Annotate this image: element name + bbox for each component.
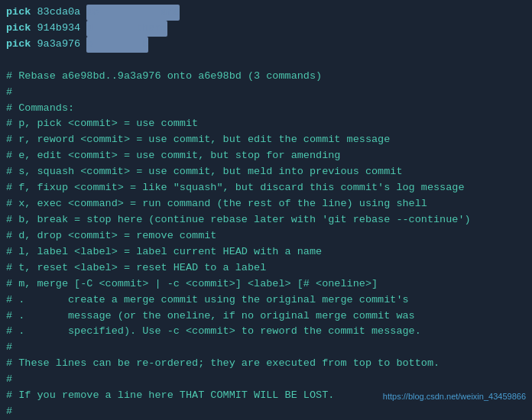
pick-keyword-3: pick [6, 38, 31, 50]
comment-fixup: # f, fixup <commit> = like "squash", but… [6, 180, 526, 196]
comment-merge-1: # . create a merge commit using the orig… [6, 292, 526, 309]
comment-reword: # r, reword <commit> = use commit, but e… [6, 132, 526, 148]
redacted-2: d there [86, 21, 167, 37]
comment-hash-4: # [6, 404, 526, 420]
watermark: https://blog.csdn.net/weixin_43459866 [383, 390, 526, 403]
comment-hash-1: # [6, 85, 526, 101]
comment-commands: # Commands: [6, 101, 526, 117]
hash-3: 9a3a976 [37, 38, 81, 50]
comment-edit: # e, edit <commit> = use commit, but sto… [6, 148, 526, 164]
pick-line-2: pick 914b934 d there [6, 21, 526, 37]
comment-line-rebase: # Rebase a6e98bd..9a3a976 onto a6e98bd (… [6, 69, 526, 85]
comment-merge: # m, merge [-C <commit> | -c <commit>] <… [6, 276, 526, 292]
redacted-1: dc are [86, 5, 180, 21]
hash-1: 83cda0a [37, 6, 81, 18]
comment-squash: # s, squash <commit> = use commit, but m… [6, 164, 526, 180]
code-editor: pick 83cda0a dc are pick 914b934 d there… [0, 0, 532, 420]
comment-hash-3: # [6, 372, 526, 388]
pick-line-1: pick 83cda0a dc are [6, 5, 526, 21]
blank-1 [6, 53, 526, 69]
comment-hash-2: # [6, 340, 526, 356]
comment-reset: # t, reset <label> = reset HEAD to a lab… [6, 260, 526, 276]
hash-2: 914b934 [37, 22, 81, 34]
comment-merge-2: # . message (or the oneline, if no origi… [6, 309, 526, 325]
pick-line-3: pick 9a3a976 c b [6, 37, 526, 53]
pick-keyword-2: pick [6, 22, 31, 34]
comment-drop: # d, drop <commit> = remove commit [6, 228, 526, 244]
comment-break: # b, break = stop here (continue rebase … [6, 212, 526, 228]
redacted-3: c b [86, 37, 148, 53]
comment-label: # l, label <label> = label current HEAD … [6, 244, 526, 260]
pick-keyword-1: pick [6, 6, 31, 18]
comment-exec: # x, exec <command> = run command (the r… [6, 196, 526, 212]
comment-merge-3: # . specified). Use -c <commit> to rewor… [6, 324, 526, 340]
comment-reorder: # These lines can be re-ordered; they ar… [6, 356, 526, 372]
comment-pick: # p, pick <commit> = use commit [6, 116, 526, 132]
